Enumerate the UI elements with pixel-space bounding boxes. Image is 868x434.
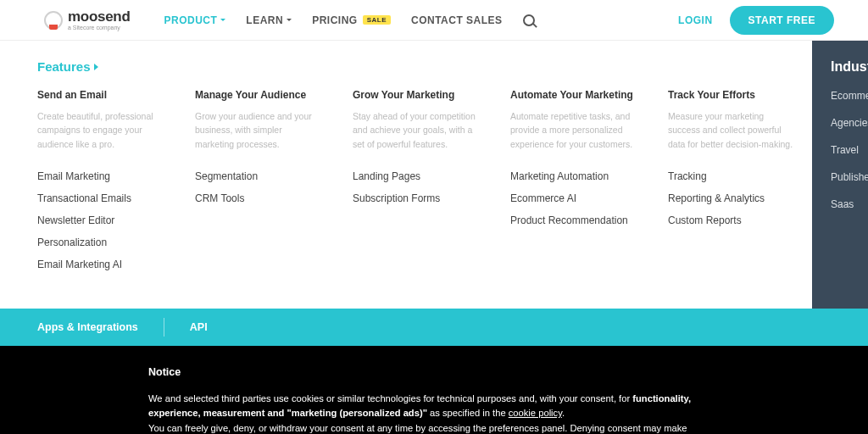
nav-learn-label: LEARN: [246, 14, 283, 26]
col-title[interactable]: Send an Email: [37, 89, 164, 101]
menu-link[interactable]: Tracking: [668, 170, 795, 182]
features-title-label: Features: [37, 59, 91, 74]
header-right: LOGIN START FREE: [678, 6, 834, 35]
menu-link[interactable]: Segmentation: [195, 170, 322, 182]
col-desc: Measure your marketing success and colle…: [668, 109, 795, 152]
nav-product[interactable]: PRODUCT: [164, 14, 225, 26]
mega-main: Features Send an Email Create beautiful,…: [0, 41, 812, 309]
industry-link[interactable]: Travel: [831, 144, 868, 156]
col-desc: Grow your audience and your business, wi…: [195, 109, 322, 152]
nav-pricing-label: PRICING: [312, 14, 358, 26]
footer-apps-link[interactable]: Apps & Integrations: [37, 321, 164, 333]
menu-link[interactable]: Email Marketing: [37, 170, 164, 182]
col-desc: Automate repetitive tasks, and provide a…: [510, 109, 637, 152]
col-title[interactable]: Automate Your Marketing: [510, 89, 637, 101]
industries-title: Industries: [831, 59, 868, 75]
col-grow-marketing: Grow Your Marketing Stay ahead of your c…: [353, 89, 480, 281]
divider: [164, 318, 164, 337]
menu-link[interactable]: Newsletter Editor: [37, 214, 164, 226]
footer-api-link[interactable]: API: [190, 321, 233, 333]
menu-link[interactable]: Custom Reports: [668, 214, 795, 226]
col-automate-marketing: Automate Your Marketing Automate repetit…: [510, 89, 637, 281]
col-desc: Create beautiful, professional campaigns…: [37, 109, 164, 152]
col-manage-audience: Manage Your Audience Grow your audience …: [195, 89, 322, 281]
col-send-email: Send an Email Create beautiful, professi…: [37, 89, 164, 281]
top-header: moosend a Sitecore company PRODUCT LEARN…: [0, 0, 868, 41]
search-icon: [523, 14, 535, 26]
nav-learn[interactable]: LEARN: [246, 14, 292, 26]
mega-menu: Features Send an Email Create beautiful,…: [0, 41, 868, 309]
sale-badge: SALE: [363, 15, 391, 25]
logo[interactable]: moosend a Sitecore company: [44, 9, 130, 31]
menu-columns: Send an Email Create beautiful, professi…: [37, 89, 795, 281]
col-track-efforts: Track Your Efforts Measure your marketin…: [668, 89, 795, 281]
nav-contact-label: CONTACT SALES: [411, 14, 503, 26]
menu-link[interactable]: Reporting & Analytics: [668, 192, 795, 204]
industry-link[interactable]: Ecommerce: [831, 90, 868, 102]
cookie-policy-link[interactable]: cookie policy: [509, 408, 562, 418]
caret-down-icon: [287, 19, 292, 21]
cookie-text: We and selected third parties use cookie…: [148, 393, 632, 403]
menu-link[interactable]: Transactional Emails: [37, 192, 164, 204]
logo-icon: [44, 11, 63, 30]
nav-search[interactable]: [523, 14, 535, 26]
industry-link[interactable]: Agencies: [831, 117, 868, 129]
logo-subtext: a Sitecore company: [68, 25, 130, 31]
menu-link[interactable]: Landing Pages: [353, 170, 480, 182]
cookie-text-1: We and selected third parties use cookie…: [148, 392, 716, 421]
login-link[interactable]: LOGIN: [678, 14, 713, 26]
logo-text: moosend: [68, 9, 130, 25]
logo-text-wrap: moosend a Sitecore company: [68, 9, 130, 31]
cookie-text: as specified in the: [427, 408, 509, 418]
cookie-title: Notice: [148, 366, 716, 378]
caret-right-icon: [94, 64, 98, 70]
menu-link[interactable]: CRM Tools: [195, 192, 322, 204]
start-free-button[interactable]: START FREE: [730, 6, 834, 35]
col-title[interactable]: Grow Your Marketing: [353, 89, 480, 101]
menu-link[interactable]: Ecommerce AI: [510, 192, 637, 204]
col-title[interactable]: Track Your Efforts: [668, 89, 795, 101]
features-title[interactable]: Features: [37, 59, 795, 74]
col-title[interactable]: Manage Your Audience: [195, 89, 322, 101]
menu-link[interactable]: Personalization: [37, 236, 164, 248]
nav-contact[interactable]: CONTACT SALES: [411, 14, 503, 26]
cookie-notice: Notice We and selected third parties use…: [0, 346, 868, 434]
industries-panel: Industries Ecommerce Agencies Travel Pub…: [812, 41, 868, 309]
industry-link[interactable]: Publishers: [831, 171, 868, 183]
nav-pricing[interactable]: PRICING SALE: [312, 14, 391, 26]
menu-link[interactable]: Product Recommendation: [510, 214, 637, 226]
nav-product-label: PRODUCT: [164, 14, 217, 26]
menu-link[interactable]: Email Marketing AI: [37, 259, 164, 270]
col-desc: Stay ahead of your competition and achie…: [353, 109, 480, 152]
cookie-text-2: You can freely give, deny, or withdraw y…: [148, 421, 716, 434]
caret-down-icon: [220, 19, 225, 21]
menu-link[interactable]: Marketing Automation: [510, 170, 637, 182]
mega-footer: Apps & Integrations API: [0, 309, 868, 346]
main-nav: PRODUCT LEARN PRICING SALE CONTACT SALES: [164, 14, 534, 26]
menu-link[interactable]: Subscription Forms: [353, 192, 480, 204]
industry-link[interactable]: Saas: [831, 198, 868, 210]
